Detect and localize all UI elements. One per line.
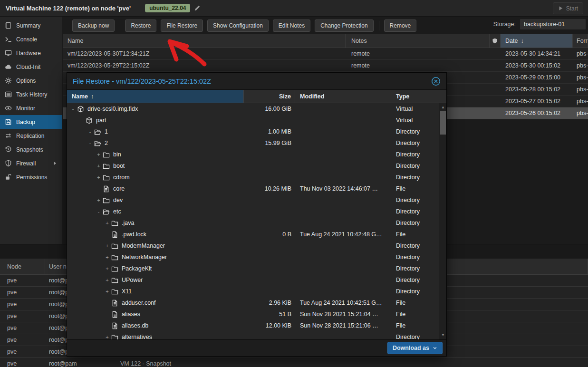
tree-expander[interactable]: - xyxy=(96,209,102,214)
sidebar-item-cloud-init[interactable]: Cloud-Init xyxy=(0,60,62,74)
edit-notes-button[interactable]: Edit Notes xyxy=(273,19,310,32)
sidebar-item-replication[interactable]: Replication xyxy=(0,129,62,143)
tree-modified-cell xyxy=(295,274,391,286)
sidebar-item-options[interactable]: Options xyxy=(0,74,62,87)
tree-row[interactable]: -215.99 GiBDirectory xyxy=(67,137,439,149)
tree-expander[interactable]: + xyxy=(104,254,110,260)
start-button[interactable]: Start xyxy=(553,2,583,14)
tree-item-label: core xyxy=(113,185,125,192)
backup-now-button[interactable]: Backup now xyxy=(72,19,115,32)
tree-expander[interactable]: + xyxy=(96,163,102,169)
tree-row[interactable]: -11.00 MiBDirectory xyxy=(67,126,439,137)
tree-expander[interactable]: + xyxy=(104,220,110,226)
tree-expander[interactable]: + xyxy=(104,266,110,271)
tree-expander[interactable]: + xyxy=(96,152,102,157)
sidebar-item-snapshots[interactable]: Snapshots xyxy=(0,143,62,156)
tree-row[interactable]: core10.26 MiBThu Nov 03 2022 14:46:07 …F… xyxy=(67,183,439,194)
tree-row[interactable]: -partVirtual xyxy=(67,115,439,126)
column-header-protection[interactable] xyxy=(490,34,501,48)
tree-expander[interactable]: + xyxy=(104,243,110,249)
tree-row[interactable]: -etcDirectory xyxy=(67,206,439,217)
dialog-titlebar[interactable]: File Restore - vm/122/2023-05-25T22:15:0… xyxy=(67,73,446,90)
folder-icon xyxy=(111,265,118,272)
tree-row[interactable]: -drive-scsi0.img.fidx16.00 GiBVirtual xyxy=(67,103,439,115)
column-header-name[interactable]: Name↑ xyxy=(67,90,244,103)
tree-row[interactable]: +.javaDirectory xyxy=(67,217,439,229)
column-header-notes[interactable]: Notes xyxy=(346,34,490,48)
tree-modified-cell xyxy=(295,286,391,297)
sidebar-item-monitor[interactable]: Monitor xyxy=(0,101,62,115)
tree-expander[interactable]: + xyxy=(96,197,102,203)
tree-row[interactable]: +alternativesDirectory xyxy=(67,331,439,339)
tree-item-label: 1 xyxy=(105,128,108,135)
tree-expander[interactable]: - xyxy=(78,117,85,123)
display-icon xyxy=(5,49,12,57)
sidebar-item-console[interactable]: Console xyxy=(0,32,62,46)
scrollbar[interactable]: ▲ ▼ xyxy=(439,103,446,339)
restore-button[interactable]: Restore xyxy=(125,19,156,32)
column-header-type[interactable]: Type xyxy=(391,90,438,103)
file-tree: -drive-scsi0.img.fidx16.00 GiBVirtual-pa… xyxy=(67,103,446,339)
tree-expander[interactable]: + xyxy=(104,334,110,339)
tree-expander[interactable]: - xyxy=(70,106,76,112)
column-header-size[interactable]: Size xyxy=(244,90,295,103)
tree-modified-cell xyxy=(295,240,391,251)
sidebar-item-task-history[interactable]: Task History xyxy=(0,87,62,101)
tree-row[interactable]: +bootDirectory xyxy=(67,160,439,172)
tree-type-cell: Directory xyxy=(391,331,438,339)
sidebar-item-permissions[interactable]: Permissions xyxy=(0,170,62,184)
table-row[interactable]: pveroot@pamVM 122 - Snapshot xyxy=(0,358,588,367)
shield-icon xyxy=(5,160,12,167)
tree-expander[interactable]: + xyxy=(104,289,110,294)
tree-item-label: adduser.conf xyxy=(122,299,156,306)
storage-input[interactable] xyxy=(520,19,586,30)
task-node: pve xyxy=(0,310,45,322)
tree-expander[interactable]: - xyxy=(87,140,93,146)
file-restore-button[interactable]: File Restore xyxy=(161,19,203,32)
close-icon[interactable] xyxy=(431,77,441,86)
folder-open-icon xyxy=(103,208,110,215)
backup-format: pbs- xyxy=(573,48,588,59)
backup-date: 2023-05-29 00:15:00 xyxy=(501,72,573,83)
unlock-icon xyxy=(5,174,12,181)
remove-button[interactable]: Remove xyxy=(384,19,417,32)
task-description: VM 122 - Snapshot xyxy=(116,358,588,367)
folder-icon xyxy=(103,151,110,158)
tree-row[interactable]: adduser.conf2.96 KiBTue Aug 24 2021 10:4… xyxy=(67,297,439,309)
tree-expander[interactable]: + xyxy=(104,277,110,283)
tree-expander[interactable]: + xyxy=(96,174,102,180)
scroll-up-icon[interactable]: ▲ xyxy=(439,104,446,111)
table-row[interactable]: vm/122/2023-05-29T22:15:02Zremote2023-05… xyxy=(63,60,588,72)
scroll-down-icon[interactable]: ▼ xyxy=(439,332,446,338)
show-configuration-button[interactable]: Show Configuration xyxy=(207,19,269,32)
tree-size-cell xyxy=(244,263,295,274)
tree-expander[interactable]: - xyxy=(87,129,93,135)
scrollbar-thumb[interactable] xyxy=(440,111,446,135)
download-as-button[interactable]: Download as xyxy=(387,342,443,354)
tree-row[interactable]: +X11Directory xyxy=(67,286,439,297)
tree-row[interactable]: +NetworkManagerDirectory xyxy=(67,251,439,263)
column-header-format[interactable]: Format xyxy=(573,34,588,48)
column-header-node[interactable]: Node xyxy=(0,259,45,274)
tree-row[interactable]: +binDirectory xyxy=(67,149,439,160)
tree-row[interactable]: +UPowerDirectory xyxy=(67,274,439,286)
tree-type-cell: Directory xyxy=(391,217,438,229)
tree-row[interactable]: +devDirectory xyxy=(67,194,439,206)
sidebar-item-summary[interactable]: Summary xyxy=(0,19,62,32)
tree-row[interactable]: aliases51 BSun Nov 28 2021 15:21:04 …Fil… xyxy=(67,309,439,320)
sidebar-item-firewall[interactable]: Firewall xyxy=(0,156,62,170)
tree-row[interactable]: +PackageKitDirectory xyxy=(67,263,439,274)
tree-row[interactable]: aliases.db12.00 KiBSun Nov 28 2021 15:21… xyxy=(67,320,439,331)
edit-tag-pencil-icon[interactable] xyxy=(194,5,201,11)
column-header-date[interactable]: Date↓ xyxy=(501,34,573,48)
tree-row[interactable]: .pwd.lock0 BTue Aug 24 2021 10:42:48 G…F… xyxy=(67,229,439,240)
backup-format: pbs- xyxy=(573,84,588,95)
sidebar-item-backup[interactable]: Backup xyxy=(0,115,62,129)
tree-row[interactable]: +ModemManagerDirectory xyxy=(67,240,439,251)
tree-row[interactable]: +cdromDirectory xyxy=(67,172,439,183)
change-protection-button[interactable]: Change Protection xyxy=(315,19,373,32)
sidebar-item-hardware[interactable]: Hardware xyxy=(0,46,62,60)
column-header-modified[interactable]: Modified xyxy=(295,90,391,103)
column-header-name[interactable]: Name xyxy=(63,34,346,48)
table-row[interactable]: vm/122/2023-05-30T12:34:21Zremote2023-05… xyxy=(63,48,588,60)
